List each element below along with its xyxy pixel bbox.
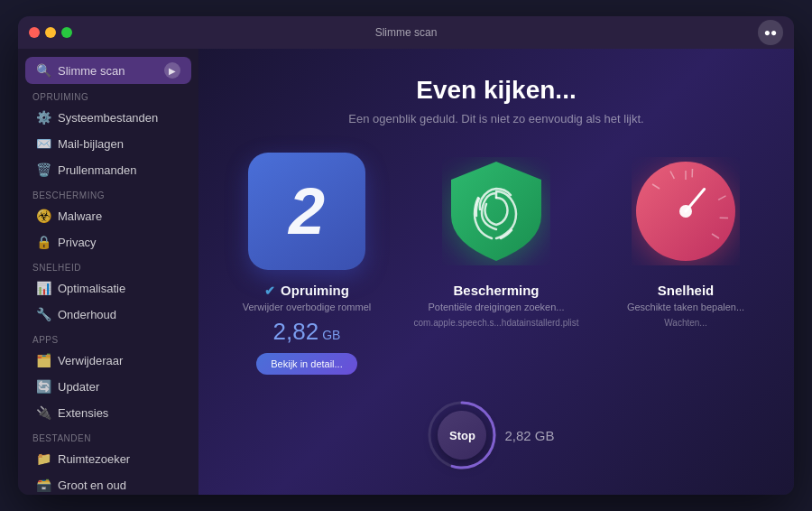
opruiming-title: ✔ Opruiming	[264, 283, 349, 298]
system-icon: ⚙️	[36, 110, 51, 125]
sidebar: 🔍 Slimme scan ▶ Opruiming ⚙️ Systeembest…	[18, 49, 198, 495]
svg-point-9	[679, 205, 692, 218]
section-label-opruiming: Opruiming	[18, 85, 198, 104]
card-snelheid: Snelheid Geschikte taken bepalen... Wach…	[604, 153, 767, 335]
bescherming-title: Bescherming	[453, 283, 539, 298]
groot-oud-icon: 🗃️	[36, 478, 51, 492]
titlebar-actions: ●●	[758, 20, 783, 45]
privacy-icon: 🔒	[36, 235, 51, 249]
main-content: Even kijken... Een ogenblik geduld. Dit …	[198, 49, 794, 495]
extensies-icon: 🔌	[36, 405, 51, 420]
size-unit: GB	[322, 328, 340, 342]
malware-icon: ☣️	[36, 209, 51, 223]
bekijk-detail-button[interactable]: Bekijk in detail...	[256, 353, 356, 375]
traffic-lights	[29, 27, 72, 38]
sidebar-item-slimme-scan[interactable]: 🔍 Slimme scan ▶	[25, 57, 191, 84]
optimalisatie-icon: 📊	[36, 281, 51, 295]
menu-button[interactable]: ●●	[758, 20, 783, 45]
sidebar-active-label: Slimme scan	[58, 64, 125, 78]
window-title: Slimme scan	[375, 26, 438, 39]
onderhoud-icon: 🔧	[36, 307, 51, 321]
sidebar-label-groot-en-oud: Groot en oud	[58, 478, 126, 492]
trash-icon: 🗑️	[36, 163, 51, 177]
mail-icon: ✉️	[36, 136, 51, 151]
opruiming-desc: Verwijder overbodige rommel	[243, 302, 371, 312]
sidebar-item-malware[interactable]: ☣️ Malware	[25, 203, 191, 228]
sidebar-label-onderhoud: Onderhoud	[58, 308, 116, 321]
sidebar-item-systeembestanden[interactable]: ⚙️ Systeembestanden	[25, 105, 191, 130]
bottom-bar: Stop 2,82 GB	[438, 411, 554, 460]
section-label-bestanden: Bestanden	[18, 426, 198, 445]
close-button[interactable]	[29, 27, 40, 38]
snelheid-title: Snelheid	[658, 283, 715, 298]
total-size-label: 2,82 GB	[504, 428, 554, 443]
sidebar-item-updater[interactable]: 🔄 Updater	[25, 374, 191, 399]
snelheid-desc: Geschikte taken bepalen...	[627, 302, 744, 312]
main-subheading: Een ogenblik geduld. Dit is niet zo eenv…	[348, 112, 643, 125]
scan-icon: 🔍	[36, 63, 51, 78]
sidebar-label-prullenmanden: Prullenmanden	[58, 163, 136, 177]
sidebar-label-ruimtezoeker: Ruimtezoeker	[58, 452, 130, 466]
section-label-apps: Apps	[18, 328, 198, 347]
sidebar-label-systeembestanden: Systeembestanden	[58, 111, 158, 125]
speedometer-svg	[632, 157, 740, 265]
cards-row: 2 ✔ Opruiming Verwijder overbodige romme…	[226, 153, 767, 375]
minimize-button[interactable]	[45, 27, 56, 38]
sidebar-label-malware: Malware	[58, 209, 102, 223]
sidebar-label-verwijderaar: Verwijderaar	[58, 354, 123, 367]
titlebar: Slimme scan ●●	[18, 16, 794, 49]
sidebar-item-ruimtezoeker[interactable]: 📁 Ruimtezoeker	[25, 446, 191, 471]
speed-icon-container	[627, 153, 744, 270]
app-window: Slimme scan ●● 🔍 Slimme scan ▶ Opruiming…	[18, 16, 794, 495]
sidebar-label-privacy: Privacy	[58, 236, 97, 249]
cleanup-icon-container: 2	[248, 153, 365, 270]
number-two-icon: 2	[289, 179, 325, 244]
snelheid-subdesc: Wachten...	[664, 318, 706, 328]
stop-button-container: Stop	[438, 411, 486, 460]
opruiming-size: 2,82 GB	[273, 318, 341, 346]
protection-icon-container	[438, 153, 555, 270]
section-label-bescherming: Bescherming	[18, 183, 198, 202]
sidebar-label-mail-bijlagen: Mail-bijlagen	[58, 137, 124, 151]
ruimtezoeker-icon: 📁	[36, 451, 51, 466]
card-opruiming: 2 ✔ Opruiming Verwijder overbodige romme…	[226, 153, 388, 375]
sidebar-label-optimalisatie: Optimalisatie	[58, 282, 125, 295]
sidebar-item-prullenmanden[interactable]: 🗑️ Prullenmanden	[25, 157, 191, 182]
bescherming-desc: Potentiële dreigingen zoeken...	[428, 302, 564, 312]
sidebar-item-onderhoud[interactable]: 🔧 Onderhoud	[25, 302, 191, 327]
maximize-button[interactable]	[61, 27, 72, 38]
verwijderaar-icon: 🗂️	[36, 353, 51, 367]
active-badge: ▶	[164, 62, 180, 79]
sidebar-item-privacy[interactable]: 🔒 Privacy	[25, 229, 191, 255]
progress-ring	[426, 399, 498, 471]
sidebar-label-extensies: Extensies	[58, 406, 108, 420]
shield-svg	[442, 157, 550, 265]
sidebar-item-optimalisatie[interactable]: 📊 Optimalisatie	[25, 275, 191, 301]
sidebar-item-verwijderaar[interactable]: 🗂️ Verwijderaar	[25, 348, 191, 373]
sidebar-item-groot-en-oud[interactable]: 🗃️ Groot en oud	[25, 472, 191, 495]
sidebar-item-extensies[interactable]: 🔌 Extensies	[25, 400, 191, 425]
section-label-snelheid: Snelheid	[18, 256, 198, 274]
sidebar-item-mail-bijlagen[interactable]: ✉️ Mail-bijlagen	[25, 131, 191, 156]
card-bescherming: Bescherming Potentiële dreigingen zoeken…	[415, 153, 577, 335]
updater-icon: 🔄	[36, 379, 51, 394]
bescherming-subdesc: com.apple.speech.s...hdatainstallerd.pli…	[414, 318, 579, 328]
main-heading: Even kijken...	[416, 76, 576, 105]
sidebar-label-updater: Updater	[58, 380, 99, 394]
check-icon: ✔	[264, 283, 275, 298]
content: 🔍 Slimme scan ▶ Opruiming ⚙️ Systeembest…	[18, 49, 794, 495]
